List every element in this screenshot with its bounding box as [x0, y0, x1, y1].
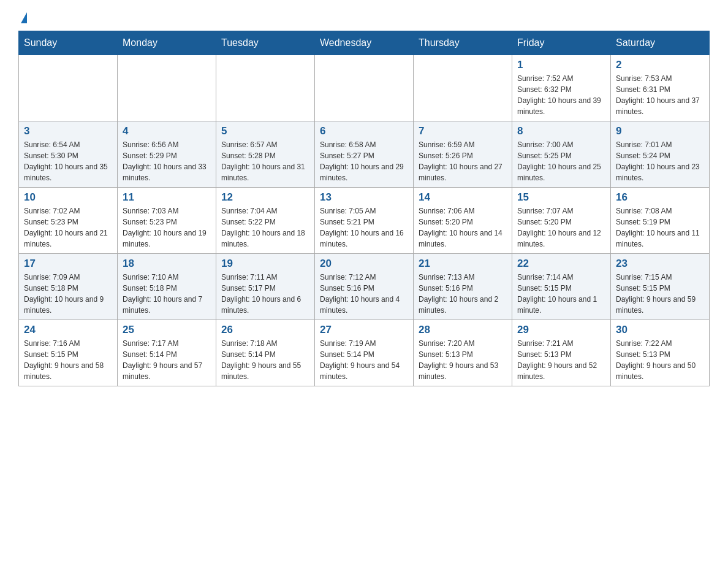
day-number: 20 [320, 258, 408, 270]
table-row: 19Sunrise: 7:11 AM Sunset: 5:17 PM Dayli… [216, 254, 315, 320]
table-row: 28Sunrise: 7:20 AM Sunset: 5:13 PM Dayli… [414, 320, 512, 386]
table-row: 24Sunrise: 7:16 AM Sunset: 5:15 PM Dayli… [19, 320, 118, 386]
day-info: Sunrise: 7:02 AM Sunset: 5:23 PM Dayligh… [24, 205, 112, 250]
table-row: 29Sunrise: 7:21 AM Sunset: 5:13 PM Dayli… [512, 320, 611, 386]
table-row: 7Sunrise: 6:59 AM Sunset: 5:26 PM Daylig… [414, 121, 512, 188]
day-info: Sunrise: 6:58 AM Sunset: 5:27 PM Dayligh… [320, 139, 408, 183]
day-info: Sunrise: 7:52 AM Sunset: 6:32 PM Dayligh… [517, 73, 605, 117]
day-number: 14 [419, 191, 507, 204]
col-thursday: Thursday [414, 31, 512, 55]
calendar-week-row: 1Sunrise: 7:52 AM Sunset: 6:32 PM Daylig… [19, 55, 710, 121]
calendar-header-row: Sunday Monday Tuesday Wednesday Thursday… [19, 31, 710, 55]
day-info: Sunrise: 7:20 AM Sunset: 5:13 PM Dayligh… [419, 338, 507, 382]
day-info: Sunrise: 7:13 AM Sunset: 5:16 PM Dayligh… [419, 272, 507, 316]
day-number: 15 [517, 191, 605, 204]
table-row [414, 55, 512, 121]
day-info: Sunrise: 7:11 AM Sunset: 5:17 PM Dayligh… [221, 272, 309, 316]
day-number: 25 [123, 324, 211, 336]
day-info: Sunrise: 7:17 AM Sunset: 5:14 PM Dayligh… [123, 338, 211, 382]
day-number: 23 [616, 258, 704, 270]
calendar-week-row: 3Sunrise: 6:54 AM Sunset: 5:30 PM Daylig… [19, 121, 710, 188]
day-info: Sunrise: 7:00 AM Sunset: 5:25 PM Dayligh… [517, 139, 605, 183]
day-info: Sunrise: 7:08 AM Sunset: 5:19 PM Dayligh… [616, 205, 704, 250]
day-number: 3 [24, 125, 112, 137]
table-row: 20Sunrise: 7:12 AM Sunset: 5:16 PM Dayli… [315, 254, 414, 320]
day-number: 7 [419, 125, 507, 137]
day-number: 6 [320, 125, 408, 137]
day-number: 5 [221, 125, 309, 137]
day-number: 19 [221, 258, 309, 270]
day-number: 2 [616, 59, 704, 71]
calendar-table: Sunday Monday Tuesday Wednesday Thursday… [18, 31, 710, 386]
col-monday: Monday [118, 31, 216, 55]
col-saturday: Saturday [611, 31, 710, 55]
day-number: 17 [24, 258, 112, 270]
day-number: 8 [517, 125, 605, 137]
day-info: Sunrise: 7:14 AM Sunset: 5:15 PM Dayligh… [517, 272, 605, 316]
table-row: 21Sunrise: 7:13 AM Sunset: 5:16 PM Dayli… [414, 254, 512, 320]
day-number: 24 [24, 324, 112, 336]
page-header [18, 12, 710, 25]
table-row: 30Sunrise: 7:22 AM Sunset: 5:13 PM Dayli… [611, 320, 710, 386]
day-info: Sunrise: 7:03 AM Sunset: 5:23 PM Dayligh… [123, 205, 211, 250]
day-info: Sunrise: 7:53 AM Sunset: 6:31 PM Dayligh… [616, 73, 704, 117]
table-row: 11Sunrise: 7:03 AM Sunset: 5:23 PM Dayli… [118, 188, 216, 254]
calendar-week-row: 24Sunrise: 7:16 AM Sunset: 5:15 PM Dayli… [19, 320, 710, 386]
day-number: 28 [419, 324, 507, 336]
table-row: 17Sunrise: 7:09 AM Sunset: 5:18 PM Dayli… [19, 254, 118, 320]
table-row: 18Sunrise: 7:10 AM Sunset: 5:18 PM Dayli… [118, 254, 216, 320]
day-number: 12 [221, 191, 309, 204]
day-info: Sunrise: 6:57 AM Sunset: 5:28 PM Dayligh… [221, 139, 309, 183]
day-number: 1 [517, 59, 605, 71]
day-number: 22 [517, 258, 605, 270]
table-row: 5Sunrise: 6:57 AM Sunset: 5:28 PM Daylig… [216, 121, 315, 188]
day-number: 30 [616, 324, 704, 336]
day-number: 27 [320, 324, 408, 336]
day-info: Sunrise: 6:59 AM Sunset: 5:26 PM Dayligh… [419, 139, 507, 183]
table-row: 14Sunrise: 7:06 AM Sunset: 5:20 PM Dayli… [414, 188, 512, 254]
table-row: 3Sunrise: 6:54 AM Sunset: 5:30 PM Daylig… [19, 121, 118, 188]
table-row [19, 55, 118, 121]
col-sunday: Sunday [19, 31, 118, 55]
table-row: 13Sunrise: 7:05 AM Sunset: 5:21 PM Dayli… [315, 188, 414, 254]
table-row: 26Sunrise: 7:18 AM Sunset: 5:14 PM Dayli… [216, 320, 315, 386]
day-number: 16 [616, 191, 704, 204]
day-info: Sunrise: 7:22 AM Sunset: 5:13 PM Dayligh… [616, 338, 704, 382]
day-info: Sunrise: 7:09 AM Sunset: 5:18 PM Dayligh… [24, 272, 112, 316]
day-number: 29 [517, 324, 605, 336]
day-info: Sunrise: 7:05 AM Sunset: 5:21 PM Dayligh… [320, 205, 408, 250]
table-row: 22Sunrise: 7:14 AM Sunset: 5:15 PM Dayli… [512, 254, 611, 320]
calendar-week-row: 10Sunrise: 7:02 AM Sunset: 5:23 PM Dayli… [19, 188, 710, 254]
col-friday: Friday [512, 31, 611, 55]
calendar-week-row: 17Sunrise: 7:09 AM Sunset: 5:18 PM Dayli… [19, 254, 710, 320]
day-number: 10 [24, 191, 112, 204]
day-number: 21 [419, 258, 507, 270]
day-info: Sunrise: 7:07 AM Sunset: 5:20 PM Dayligh… [517, 205, 605, 250]
day-info: Sunrise: 7:04 AM Sunset: 5:22 PM Dayligh… [221, 205, 309, 250]
table-row: 2Sunrise: 7:53 AM Sunset: 6:31 PM Daylig… [611, 55, 710, 121]
table-row: 8Sunrise: 7:00 AM Sunset: 5:25 PM Daylig… [512, 121, 611, 188]
day-number: 9 [616, 125, 704, 137]
table-row [118, 55, 216, 121]
day-info: Sunrise: 7:21 AM Sunset: 5:13 PM Dayligh… [517, 338, 605, 382]
day-info: Sunrise: 7:15 AM Sunset: 5:15 PM Dayligh… [616, 272, 704, 316]
table-row: 10Sunrise: 7:02 AM Sunset: 5:23 PM Dayli… [19, 188, 118, 254]
day-number: 13 [320, 191, 408, 204]
table-row: 9Sunrise: 7:01 AM Sunset: 5:24 PM Daylig… [611, 121, 710, 188]
logo-triangle-icon [21, 12, 27, 23]
table-row: 1Sunrise: 7:52 AM Sunset: 6:32 PM Daylig… [512, 55, 611, 121]
table-row [216, 55, 315, 121]
col-tuesday: Tuesday [216, 31, 315, 55]
table-row: 4Sunrise: 6:56 AM Sunset: 5:29 PM Daylig… [118, 121, 216, 188]
logo [18, 12, 27, 25]
day-info: Sunrise: 7:16 AM Sunset: 5:15 PM Dayligh… [24, 338, 112, 382]
day-info: Sunrise: 7:01 AM Sunset: 5:24 PM Dayligh… [616, 139, 704, 183]
table-row: 23Sunrise: 7:15 AM Sunset: 5:15 PM Dayli… [611, 254, 710, 320]
day-info: Sunrise: 7:19 AM Sunset: 5:14 PM Dayligh… [320, 338, 408, 382]
day-info: Sunrise: 7:18 AM Sunset: 5:14 PM Dayligh… [221, 338, 309, 382]
day-info: Sunrise: 6:56 AM Sunset: 5:29 PM Dayligh… [123, 139, 211, 183]
day-number: 4 [123, 125, 211, 137]
table-row: 6Sunrise: 6:58 AM Sunset: 5:27 PM Daylig… [315, 121, 414, 188]
day-info: Sunrise: 6:54 AM Sunset: 5:30 PM Dayligh… [24, 139, 112, 183]
table-row: 25Sunrise: 7:17 AM Sunset: 5:14 PM Dayli… [118, 320, 216, 386]
